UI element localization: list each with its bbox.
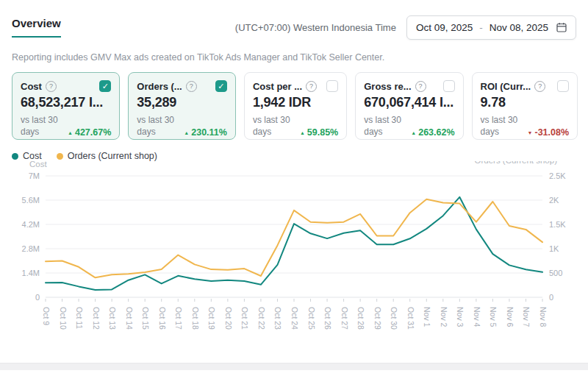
svg-text:1.5K: 1.5K: [549, 220, 566, 229]
card-checkbox[interactable]: [443, 80, 455, 92]
compare-label: vs last 30 days: [137, 114, 184, 138]
card-title: Gross re...: [364, 81, 411, 92]
svg-text:2.8M: 2.8M: [22, 244, 40, 253]
help-icon[interactable]: [415, 81, 426, 92]
legend-item-orders[interactable]: Orders (Current shop): [57, 151, 157, 161]
compare-label: vs last 30 days: [21, 114, 68, 138]
svg-text:Oct 20: Oct 20: [224, 307, 233, 330]
trend-arrow-icon: ▼: [528, 130, 533, 135]
help-icon[interactable]: [46, 81, 57, 92]
svg-text:Nov 2: Nov 2: [440, 307, 448, 327]
card-checkbox[interactable]: [99, 80, 111, 92]
svg-text:0: 0: [35, 293, 40, 302]
svg-text:Nov 4: Nov 4: [473, 307, 481, 327]
change-badge: ▲427.67%: [68, 127, 111, 138]
svg-text:Oct 29: Oct 29: [373, 307, 382, 330]
compare-label: vs last 30 days: [253, 114, 300, 138]
svg-text:Oct 31: Oct 31: [406, 307, 415, 330]
help-icon[interactable]: [534, 81, 545, 92]
svg-text:Oct 24: Oct 24: [290, 307, 299, 330]
metric-card-cost-per-order[interactable]: Cost per ... 1,942 IDR vs last 30 days ▲…: [244, 72, 347, 140]
metric-cards-row: Cost 68,523,217 I... vs last 30 days ▲42…: [12, 72, 576, 140]
svg-text:Oct 16: Oct 16: [158, 307, 167, 330]
help-icon[interactable]: [306, 81, 317, 92]
svg-text:1K: 1K: [549, 244, 559, 253]
trend-arrow-icon: ▲: [300, 130, 305, 135]
svg-text:Oct 11: Oct 11: [75, 307, 84, 329]
card-checkbox[interactable]: [326, 80, 338, 92]
metric-card-cost[interactable]: Cost 68,523,217 I... vs last 30 days ▲42…: [12, 72, 120, 140]
svg-text:Oct 27: Oct 27: [340, 307, 349, 330]
svg-text:2.5K: 2.5K: [549, 171, 566, 180]
metric-card-orders[interactable]: Orders (... 35,289 vs last 30 days ▲230.…: [128, 72, 236, 140]
trend-arrow-icon: ▲: [184, 130, 189, 135]
svg-text:Oct 26: Oct 26: [323, 307, 332, 330]
svg-text:Orders (Current shop): Orders (Current shop): [475, 161, 558, 165]
svg-text:Nov 3: Nov 3: [456, 307, 465, 327]
card-value: 68,523,217 I...: [21, 95, 111, 110]
card-value: 1,942 IDR: [253, 95, 338, 110]
legend-item-cost[interactable]: Cost: [12, 151, 42, 161]
svg-text:1.4M: 1.4M: [22, 269, 40, 277]
svg-text:Oct 19: Oct 19: [207, 307, 216, 330]
card-title: Orders (...: [137, 81, 182, 92]
timezone-label: (UTC+07:00) Western Indonesia Time: [235, 22, 396, 33]
legend-dot-icon: [12, 153, 18, 160]
compare-label: vs last 30 days: [481, 114, 528, 138]
svg-text:Oct 12: Oct 12: [92, 307, 101, 330]
trend-line-chart: 001.4M5002.8M1K4.2M1.5K5.6M2K7M2.5KCostO…: [12, 161, 576, 354]
svg-text:Nov 8: Nov 8: [539, 307, 548, 327]
page-bottom-edge: [0, 363, 588, 370]
card-value: 9.78: [481, 95, 570, 110]
svg-text:Oct 15: Oct 15: [141, 307, 150, 330]
svg-text:Oct 23: Oct 23: [273, 307, 282, 330]
chart-legend: Cost Orders (Current shop): [12, 151, 576, 161]
card-checkbox[interactable]: [557, 80, 569, 92]
page-header: Overview (UTC+07:00) Western Indonesia T…: [12, 13, 576, 41]
metric-card-roi[interactable]: ROI (Curr... 9.78 vs last 30 days ▼-31.0…: [472, 72, 578, 140]
svg-text:Oct 17: Oct 17: [174, 307, 183, 330]
metric-card-gross-revenue[interactable]: Gross re... 670,067,414 I... vs last 30 …: [355, 72, 463, 140]
trend-arrow-icon: ▲: [411, 130, 416, 135]
svg-text:4.2M: 4.2M: [22, 220, 40, 229]
svg-text:Oct 14: Oct 14: [125, 307, 134, 330]
card-value: 35,289: [137, 95, 227, 110]
change-badge: ▲230.11%: [184, 127, 227, 138]
change-badge: ▲59.85%: [300, 127, 338, 138]
svg-text:2K: 2K: [549, 196, 559, 205]
date-range-start: Oct 09, 2025: [416, 22, 473, 33]
compare-label: vs last 30 days: [364, 114, 411, 138]
svg-text:Oct 30: Oct 30: [390, 307, 398, 330]
reporting-note: Reporting includes GMV Max ads created o…: [12, 52, 576, 63]
calendar-icon: [556, 22, 567, 32]
date-range-end: Nov 08, 2025: [490, 22, 548, 33]
change-badge: ▼-31.08%: [528, 127, 570, 138]
change-badge: ▲263.62%: [411, 127, 454, 138]
svg-text:500: 500: [549, 269, 562, 277]
legend-dot-icon: [57, 153, 63, 160]
card-checkbox[interactable]: [215, 80, 227, 92]
svg-text:Nov 6: Nov 6: [506, 307, 514, 327]
svg-text:Oct 22: Oct 22: [257, 307, 266, 330]
svg-text:Oct 21: Oct 21: [240, 307, 249, 330]
card-title: Cost: [21, 81, 42, 92]
legend-label: Orders (Current shop): [68, 151, 157, 161]
svg-text:Nov 1: Nov 1: [423, 307, 431, 327]
svg-text:Oct 9: Oct 9: [42, 307, 51, 325]
help-icon[interactable]: [186, 81, 197, 92]
svg-text:5.6M: 5.6M: [22, 196, 40, 205]
svg-text:Oct 25: Oct 25: [307, 307, 316, 330]
date-range-picker[interactable]: Oct 09, 2025 - Nov 08, 2025: [406, 15, 576, 40]
overview-page: Overview (UTC+07:00) Western Indonesia T…: [0, 0, 588, 370]
svg-text:Oct 28: Oct 28: [356, 307, 365, 330]
svg-text:Cost: Cost: [29, 161, 47, 169]
svg-text:7M: 7M: [29, 171, 40, 180]
tab-overview[interactable]: Overview: [12, 17, 61, 38]
svg-text:Oct 18: Oct 18: [191, 307, 200, 330]
date-range-separator: -: [479, 22, 483, 33]
svg-text:0: 0: [549, 293, 553, 302]
svg-text:Oct 10: Oct 10: [59, 307, 68, 330]
trend-arrow-icon: ▲: [68, 130, 73, 135]
svg-text:Nov 5: Nov 5: [489, 307, 498, 327]
svg-text:Oct 13: Oct 13: [108, 307, 117, 330]
